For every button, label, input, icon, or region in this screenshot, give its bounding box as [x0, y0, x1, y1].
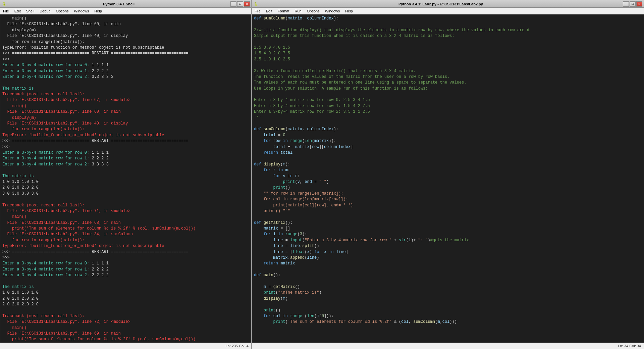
shell-menu-bar: File Edit Shell Debug Options Windows He… [0, 8, 251, 14]
shell-close-button[interactable]: ✕ [244, 1, 250, 7]
editor-maximize-button[interactable]: □ [630, 1, 636, 7]
shell-minimize-button[interactable]: _ [230, 1, 236, 7]
editor-window: 🐍 Python 3.4.1: Lab2.py - E:\CSC131\Labs… [252, 0, 644, 349]
editor-status-text: Ln: 34 Col: 34 [618, 344, 641, 348]
editor-menu-edit[interactable]: Edit [265, 8, 274, 14]
shell-window: 🐍 Python 3.4.1 Shell _ □ ✕ File Edit She… [0, 0, 252, 349]
editor-minimize-button[interactable]: _ [623, 1, 629, 7]
editor-menu-help[interactable]: Help [344, 8, 354, 14]
editor-close-button[interactable]: ✕ [636, 1, 642, 7]
editor-content-area: def sumColumn(matrix, columnIndex): 2:Wr… [252, 14, 644, 343]
editor-menu-file[interactable]: File [253, 8, 262, 14]
editor-title-bar: 🐍 Python 3.4.1: Lab2.py - E:\CSC131\Labs… [252, 0, 644, 8]
editor-window-controls[interactable]: _ □ ✕ [623, 1, 642, 7]
shell-status-bar: Ln: 235 Col: 4 [0, 343, 251, 349]
shell-menu-help[interactable]: Help [93, 8, 103, 14]
editor-icon: 🐍 [253, 1, 259, 7]
shell-title: Python 3.4.1 Shell [7, 2, 230, 6]
shell-icon: 🐍 [2, 1, 7, 7]
editor-menu-windows[interactable]: Windows [324, 8, 341, 14]
shell-output[interactable]: main() File "E:\CSC131\Labs\Lab2.py", li… [0, 14, 251, 343]
shell-title-bar: 🐍 Python 3.4.1 Shell _ □ ✕ [0, 0, 251, 8]
shell-window-controls[interactable]: _ □ ✕ [230, 1, 250, 7]
shell-menu-shell[interactable]: Shell [25, 8, 36, 14]
shell-menu-edit[interactable]: Edit [13, 8, 22, 14]
shell-maximize-button[interactable]: □ [237, 1, 243, 7]
editor-menu-bar: File Edit Format Run Options Windows Hel… [252, 8, 644, 14]
shell-menu-windows[interactable]: Windows [73, 8, 91, 14]
shell-content-area: main() File "E:\CSC131\Labs\Lab2.py", li… [0, 14, 251, 343]
shell-menu-options[interactable]: Options [55, 8, 70, 14]
shell-menu-file[interactable]: File [2, 8, 10, 14]
shell-menu-debug[interactable]: Debug [38, 8, 52, 14]
editor-title: Python 3.4.1: Lab2.py - E:\CSC131\Labs\L… [259, 2, 623, 6]
editor-menu-options[interactable]: Options [306, 8, 321, 14]
editor-code[interactable]: def sumColumn(matrix, columnIndex): 2:Wr… [252, 14, 644, 343]
editor-menu-format[interactable]: Format [276, 8, 291, 14]
shell-status-text: Ln: 235 Col: 4 [226, 344, 249, 348]
editor-menu-run[interactable]: Run [293, 8, 303, 14]
editor-status-bar: Ln: 34 Col: 34 [252, 343, 644, 349]
